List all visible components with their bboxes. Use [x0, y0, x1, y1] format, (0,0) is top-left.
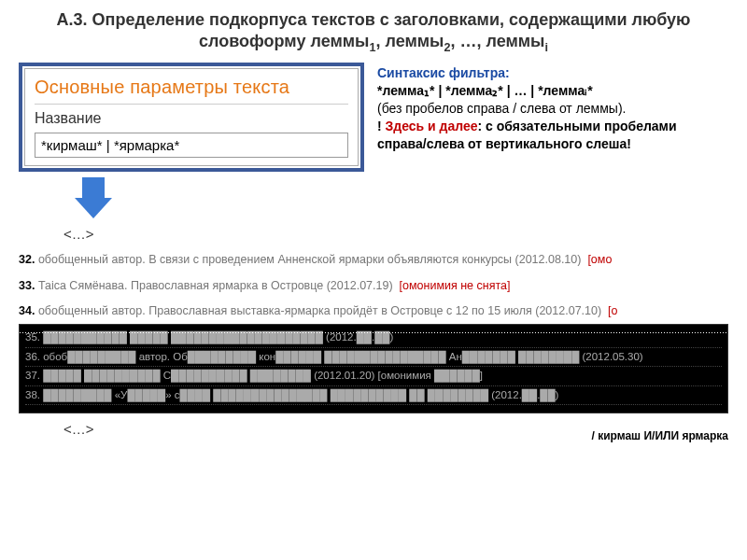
ellipsis-top: <…> — [63, 226, 728, 242]
syntax-note: Синтаксис фильтра: *лемма₁* | *лемма₂* |… — [377, 63, 728, 152]
title-filter-input[interactable] — [35, 133, 348, 158]
result-row: 34. обобщенный автор. Православная выста… — [19, 299, 728, 324]
result-list: 32. обобщенный автор. В связи с проведен… — [19, 247, 728, 324]
field-label-title: Название — [35, 110, 348, 127]
ellipsis-bottom: <…> — [63, 421, 94, 437]
obscured-results: 35. ███████████ █████ ██████████████████… — [19, 324, 728, 413]
footer-note: / кирмаш И/ИЛИ ярмарка — [592, 429, 729, 442]
result-row: 33. Таіса Сямёнава. Православная ярмарка… — [19, 273, 728, 299]
down-arrow-icon — [75, 177, 728, 222]
slide-title: А.3. Определение подкорпуса текстов с за… — [19, 9, 728, 55]
params-heading: Основные параметры текста — [35, 77, 348, 98]
result-row: 32. обобщенный автор. В связи с проведен… — [19, 247, 728, 273]
params-panel: Основные параметры текста Название — [19, 63, 364, 172]
